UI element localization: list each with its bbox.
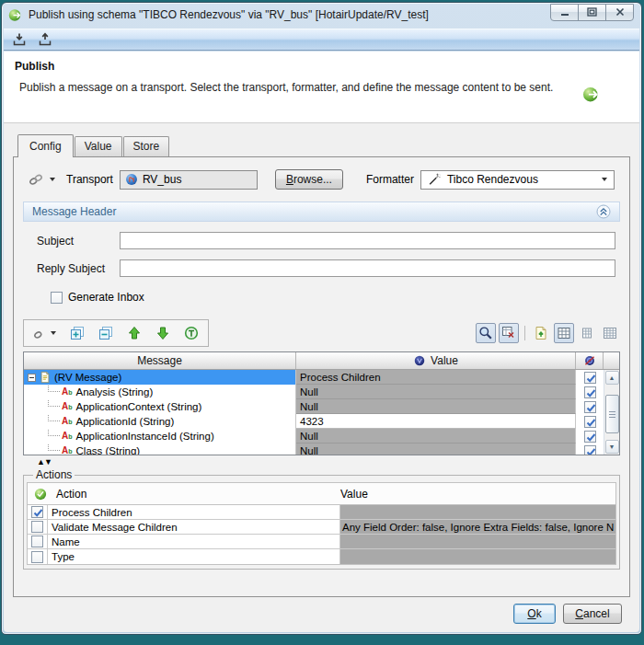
column-header-value[interactable]: Value	[296, 352, 576, 369]
column-header-spacer	[604, 352, 619, 369]
row-validate-checkbox[interactable]	[584, 445, 596, 455]
publish-dialog: Publish using schema "TIBCO Rendezvous" …	[1, 2, 642, 635]
scroll-up-button[interactable]: ▲	[605, 371, 619, 385]
row-validate-checkbox[interactable]	[584, 386, 596, 398]
collapse-section-button[interactable]	[596, 204, 611, 219]
action-row-validate-message-children[interactable]: Validate Message Children Any Field Orde…	[28, 520, 615, 535]
row-validate-checkbox[interactable]	[584, 401, 596, 413]
tree-value-cell[interactable]: Null	[296, 399, 576, 414]
column-header-validate[interactable]	[576, 352, 604, 369]
page-export-icon	[534, 326, 548, 340]
tree-value-cell[interactable]: Null	[296, 429, 576, 443]
tree-row-analysis[interactable]: AbAnalysis (String) Null	[24, 385, 604, 399]
test-button[interactable]	[181, 323, 201, 343]
action-checkbox[interactable]	[31, 521, 43, 533]
grid-dense-button[interactable]	[600, 323, 620, 343]
expand-all-icon	[70, 326, 85, 340]
message-header-section-bar[interactable]: Message Header	[23, 202, 620, 222]
publish-banner-icon	[582, 85, 601, 103]
splitter-down-icon[interactable]: ▼	[44, 457, 52, 466]
close-button[interactable]	[605, 4, 634, 21]
export-icon[interactable]	[38, 32, 52, 47]
minimize-button[interactable]	[550, 4, 579, 21]
zoom-view-button[interactable]	[476, 323, 496, 343]
tree-row-applicationcontext[interactable]: AbApplicationContext (String) Null	[24, 399, 604, 414]
export-page-button[interactable]	[531, 323, 551, 343]
collapse-all-button[interactable]	[96, 323, 116, 343]
action-checkbox[interactable]	[31, 536, 43, 547]
message-table-body: (RV Message) Process Children AbAnalysis…	[24, 370, 619, 455]
tree-row-rv-message[interactable]: (RV Message) Process Children	[24, 370, 604, 385]
tree-value-cell[interactable]: Null	[296, 443, 576, 455]
title-bar[interactable]: Publish using schema "TIBCO Rendezvous" …	[2, 3, 641, 27]
reply-subject-input[interactable]	[120, 259, 615, 277]
tab-strip: Config Value Store	[4, 134, 639, 156]
move-down-button[interactable]	[153, 323, 173, 343]
scroll-track[interactable]	[605, 386, 619, 439]
find-in-table-button[interactable]	[499, 323, 519, 343]
minimize-icon	[560, 8, 569, 17]
move-up-button[interactable]	[124, 323, 144, 343]
grid-small-button[interactable]	[577, 323, 597, 343]
tab-value[interactable]: Value	[75, 136, 122, 156]
tab-store[interactable]: Store	[123, 136, 170, 156]
transport-label: Transport	[66, 173, 113, 186]
action-checkbox[interactable]	[31, 551, 43, 563]
maximize-button[interactable]	[578, 4, 606, 21]
action-row-process-children[interactable]: Process Children	[28, 505, 615, 520]
dialog-body: Publish Publish a message on a transport…	[4, 52, 639, 632]
link-icon[interactable]	[29, 172, 43, 187]
action-value-cell[interactable]	[340, 535, 615, 548]
tree-row-applicationinstanceid[interactable]: AbApplicationInstanceId (String) Null	[24, 429, 604, 443]
cancel-button[interactable]: Cancel	[563, 604, 622, 624]
row-validate-checkbox[interactable]	[584, 372, 596, 384]
string-type-icon: Ab	[62, 432, 73, 441]
formatter-select[interactable]: Tibco Rendezvous	[420, 170, 615, 190]
generate-inbox-checkbox[interactable]	[51, 292, 63, 304]
splitter-handle[interactable]: ▲▼	[14, 455, 629, 467]
action-value-cell[interactable]	[340, 549, 615, 564]
tree-collapse-toggle[interactable]	[28, 374, 36, 382]
link-menu-button[interactable]	[30, 323, 59, 343]
action-value-cell[interactable]: Any Field Order: false, Ignore Extra Fie…	[340, 520, 615, 534]
formatter-dropdown-arrow	[602, 178, 607, 181]
dialog-footer: Ok Cancel	[4, 594, 639, 632]
page-description: Publish a message on a transport. Select…	[19, 81, 628, 94]
subject-input[interactable]	[120, 232, 615, 249]
subject-row: Subject	[37, 232, 615, 249]
tree-row-class[interactable]: AbClass (String) Null	[24, 443, 604, 455]
window-title: Publish using schema "TIBCO Rendezvous" …	[29, 8, 551, 21]
import-icon[interactable]	[12, 32, 27, 47]
grid-view-button[interactable]	[554, 323, 574, 343]
vertical-scrollbar[interactable]: ▲ ▼	[604, 370, 619, 455]
transport-field[interactable]: RV_bus	[120, 170, 258, 190]
close-icon	[615, 7, 625, 17]
tree-value-cell[interactable]: Null	[296, 385, 576, 399]
message-node-icon	[39, 371, 52, 384]
action-checkbox[interactable]	[31, 506, 43, 518]
grid-small-icon	[580, 326, 594, 340]
action-row-type[interactable]: Type	[28, 549, 615, 564]
row-validate-checkbox[interactable]	[584, 416, 596, 428]
scroll-down-button[interactable]: ▼	[605, 440, 619, 454]
no-validate-icon	[583, 354, 596, 367]
browse-button[interactable]: Browse...	[275, 169, 343, 190]
row-validate-checkbox[interactable]	[584, 431, 596, 443]
scroll-thumb[interactable]	[605, 395, 619, 433]
link-dropdown-arrow[interactable]	[50, 178, 55, 181]
tab-config[interactable]: Config	[17, 134, 74, 157]
up-arrow-icon	[127, 326, 142, 340]
tree-row-applicationid[interactable]: AbApplicationId (String) 4323	[24, 414, 604, 429]
action-row-name[interactable]: Name	[28, 535, 615, 549]
actions-column-action: Action	[56, 488, 86, 501]
message-table-toolbar	[23, 319, 620, 347]
column-header-message[interactable]: Message	[24, 352, 296, 369]
splitter-up-icon[interactable]: ▲	[37, 457, 44, 466]
expand-all-button[interactable]	[67, 323, 87, 343]
subject-label: Subject	[37, 235, 120, 248]
action-value-cell[interactable]	[340, 505, 615, 519]
tree-value-cell-editing[interactable]: 4323	[296, 414, 576, 429]
tree-value-cell[interactable]: Process Children	[296, 370, 576, 385]
ok-button[interactable]: Ok	[513, 604, 556, 624]
string-type-icon: Ab	[62, 402, 73, 411]
